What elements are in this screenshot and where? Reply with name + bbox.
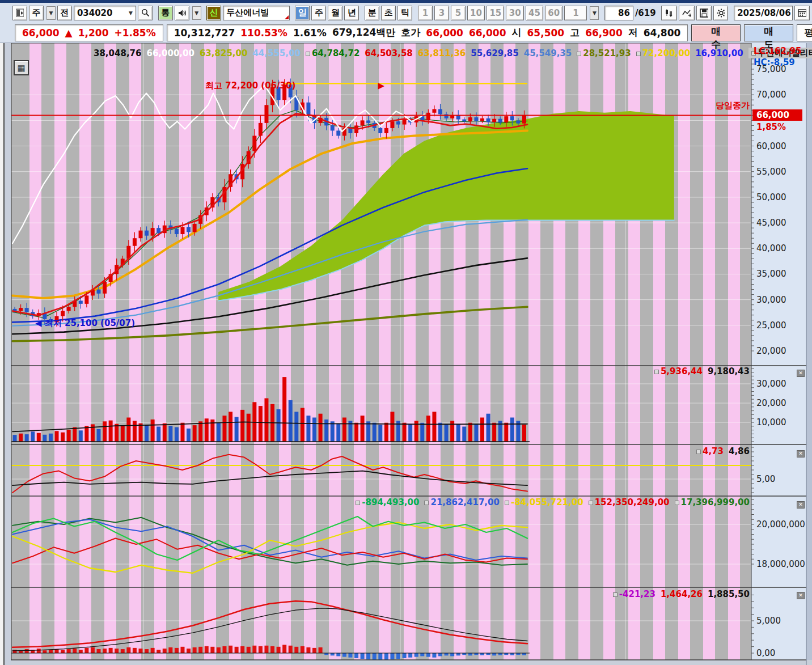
stock-code-value: 034020 <box>77 8 113 18</box>
line-style-button[interactable] <box>679 6 695 20</box>
axis-tick-label: 45,000 <box>756 218 786 228</box>
axis-tick-label: 30,000 <box>756 295 786 305</box>
indicator4-legend-value: 1,464,26 <box>661 589 703 599</box>
shin-button[interactable]: 신 <box>206 6 221 20</box>
axis-tick-label: 25,000 <box>756 320 786 331</box>
legend-marker-icon <box>636 52 641 56</box>
stock-code-input[interactable]: 034020 ▼ <box>74 6 136 20</box>
date-value: 2025/08/06 <box>737 8 790 18</box>
hts-chart-window: 주 ▼ 전 034020 ▼ 통 ▼ 신 두산에너빌 일 주 월 년 분 초 틱… <box>0 0 812 665</box>
interval-button-15[interactable]: 15 <box>487 6 504 20</box>
indicator3-panel-close-button[interactable]: ✕ <box>797 501 805 509</box>
indicator4-legend-value: 1,885,50 <box>708 589 750 599</box>
legend-marker-icon <box>675 501 679 505</box>
axis-tick-label: 75,000 <box>756 64 786 74</box>
interval-combo-arrow-icon[interactable]: ▼ <box>590 6 599 20</box>
main-legend-value: 64,503,58 <box>365 48 412 58</box>
legend-marker-icon <box>505 501 509 505</box>
indicator3-legend-value: 152,350,249,00 <box>589 497 670 507</box>
main-indicator-legend: 38,048,7666,000,0063,825,0044,555,0064,7… <box>94 48 812 58</box>
settings-button[interactable] <box>713 6 729 20</box>
jeon-button[interactable]: 전 <box>57 6 72 20</box>
axis-tick-label: 20,000 <box>756 346 786 356</box>
tab-period-month[interactable]: 월 <box>328 6 342 20</box>
high-arrow-icon: ▶ <box>378 81 385 91</box>
price-field: 66,000 ▲ 1,200 +1.85% <box>15 24 163 41</box>
candle-style-button[interactable] <box>661 6 677 20</box>
low-price: 64,800 <box>644 27 681 39</box>
turnover-pct: 1.61% <box>293 27 327 39</box>
tab-period-tick[interactable]: 틱 <box>397 6 412 20</box>
main-legend-value: 63,825,00 <box>200 48 247 58</box>
interval-button-10[interactable]: 10 <box>467 6 485 20</box>
main-legend-value: 63,811,36 <box>418 48 466 58</box>
chart-grid-tool-button[interactable]: ▦ <box>14 60 29 75</box>
tab-period-minute[interactable]: 분 <box>365 6 379 20</box>
code-combo-arrow-icon[interactable]: ▼ <box>129 10 133 16</box>
interval-button-1[interactable]: 1 <box>418 6 433 20</box>
stock-name-input[interactable]: 두산에너빌 <box>223 6 290 20</box>
volume-field: 10,312,727 110.53% 1.61% 679,124백만 호가 66… <box>167 24 688 41</box>
indicator3-legend-value: -84,055,721,00 <box>505 497 583 507</box>
axis-tick-label: 50,000 <box>756 192 786 202</box>
main-legend-value: 44,555,00 <box>252 48 300 58</box>
date-input[interactable]: 2025/08/06 <box>734 6 793 20</box>
interval-button-30[interactable]: 30 <box>506 6 523 20</box>
hoga-price-1: 66,000 <box>426 27 463 39</box>
main-legend-value: 55,629,85 <box>471 48 518 58</box>
sound-button[interactable] <box>175 6 189 20</box>
interval-button-3[interactable]: 3 <box>434 6 449 20</box>
save-button[interactable] <box>696 6 712 20</box>
price-change-pct: +1.85% <box>114 27 155 39</box>
high-annotation: 최고 72,200 (06/30) ▶ <box>205 81 384 91</box>
gear-icon <box>717 9 725 18</box>
axis-tick-label: 5,00 <box>756 474 775 484</box>
period-combo-arrow-icon[interactable]: ▼ <box>46 6 56 20</box>
interval-button-60[interactable]: 60 <box>545 6 563 20</box>
stock-search-button[interactable] <box>138 6 153 20</box>
indicator2-legend-value: 4,86 <box>729 446 750 456</box>
interval-combo[interactable]: 1 <box>564 6 587 20</box>
bar-total-label: /619 <box>635 8 656 18</box>
high-price: 66,900 <box>585 27 623 39</box>
tab-period-day[interactable]: 일 <box>295 6 310 20</box>
average-button[interactable]: 평 <box>797 24 812 41</box>
interval-button-45[interactable]: 45 <box>526 6 543 20</box>
window-left-frame <box>0 3 11 665</box>
chart-canvas[interactable] <box>0 43 812 665</box>
quote-bar: 66,000 ▲ 1,200 +1.85% 10,312,727 110.53%… <box>0 23 812 43</box>
chart-window-icon <box>16 9 24 17</box>
high-label: 고 <box>570 26 580 39</box>
current-price-tag: 66,000 <box>752 109 802 121</box>
current-price-pct: 1,85% <box>756 122 786 132</box>
tab-period-year[interactable]: 년 <box>344 6 359 20</box>
low-annotation-text: 최저 25,100 (05/07) <box>45 318 135 328</box>
search-icon <box>141 9 149 17</box>
current-price: 66,000 <box>22 27 60 39</box>
legend-marker-icon <box>424 501 429 505</box>
indicator2-panel-close-button[interactable]: ✕ <box>797 450 805 458</box>
axis-tick-label: 20,000 <box>756 398 786 408</box>
candle-style-icon <box>665 9 674 18</box>
interval-button-5[interactable]: 5 <box>451 6 466 20</box>
chart-area[interactable]: ▦ 38,048,7666,000,0063,825,0044,555,0064… <box>0 43 812 665</box>
calendar-button[interactable] <box>794 6 810 20</box>
sell-button[interactable]: 매도 <box>744 24 793 41</box>
volume-panel-close-button[interactable]: ✕ <box>797 370 805 377</box>
main-legend-value: 45,549,35 <box>524 48 572 58</box>
indicator4-panel-close-button[interactable]: ✕ <box>797 592 805 599</box>
legend-marker-icon <box>356 501 360 505</box>
chart-window-icon-button[interactable] <box>12 6 27 20</box>
volume-value: 10,312,727 <box>174 27 235 39</box>
bar-count-value: 86 <box>618 8 630 18</box>
hoga-label: 호가 <box>401 26 420 39</box>
buy-button[interactable]: 매수 <box>691 24 741 41</box>
axis-tick-label: 40,000 <box>756 243 786 253</box>
sound-combo-arrow-icon[interactable]: ▼ <box>192 6 201 20</box>
tab-period-second[interactable]: 초 <box>381 6 396 20</box>
bar-count-input[interactable]: 86 <box>604 6 633 20</box>
tab-period-week[interactable]: 주 <box>311 6 326 20</box>
tong-button[interactable]: 통 <box>158 6 173 20</box>
period-combo[interactable]: 주 <box>29 6 44 20</box>
main-legend-value: 72,200,00 <box>636 48 690 58</box>
